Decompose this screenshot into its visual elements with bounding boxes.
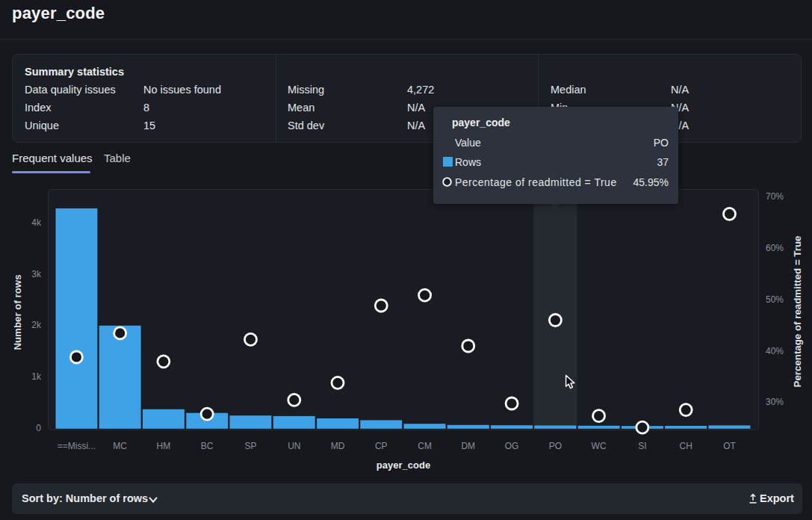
svg-text:SP: SP bbox=[244, 441, 256, 451]
svg-text:CH: CH bbox=[680, 441, 692, 451]
svg-text:MD: MD bbox=[331, 441, 345, 451]
svg-text:MC: MC bbox=[113, 441, 127, 451]
svg-text:WC: WC bbox=[592, 441, 607, 451]
svg-text:Number of rows: Number of rows bbox=[12, 274, 23, 350]
svg-text:30%: 30% bbox=[766, 397, 784, 407]
svg-text:0: 0 bbox=[36, 423, 41, 433]
svg-text:CP: CP bbox=[375, 441, 388, 451]
svg-text:70%: 70% bbox=[766, 191, 784, 202]
svg-text:DM: DM bbox=[461, 441, 475, 451]
svg-text:PO: PO bbox=[549, 441, 562, 451]
svg-text:payer_code: payer_code bbox=[376, 459, 430, 471]
svg-text:50%: 50% bbox=[766, 294, 784, 305]
svg-text:BC: BC bbox=[201, 441, 214, 451]
svg-text:60%: 60% bbox=[766, 243, 784, 253]
svg-text:OT: OT bbox=[723, 441, 736, 451]
svg-text:3k: 3k bbox=[31, 269, 42, 279]
svg-text:HM: HM bbox=[157, 441, 171, 451]
svg-text:CM: CM bbox=[418, 441, 432, 451]
svg-text:SI: SI bbox=[638, 441, 646, 451]
svg-text:2k: 2k bbox=[31, 320, 42, 330]
svg-text:1k: 1k bbox=[31, 371, 42, 382]
svg-text:==Missi...: ==Missi... bbox=[58, 441, 96, 451]
svg-text:40%: 40% bbox=[766, 346, 784, 356]
svg-text:4k: 4k bbox=[31, 217, 42, 228]
svg-text:OG: OG bbox=[505, 441, 519, 451]
svg-text:UN: UN bbox=[288, 441, 300, 451]
svg-text:Percentage of readmitted = Tru: Percentage of readmitted = True bbox=[792, 236, 803, 388]
